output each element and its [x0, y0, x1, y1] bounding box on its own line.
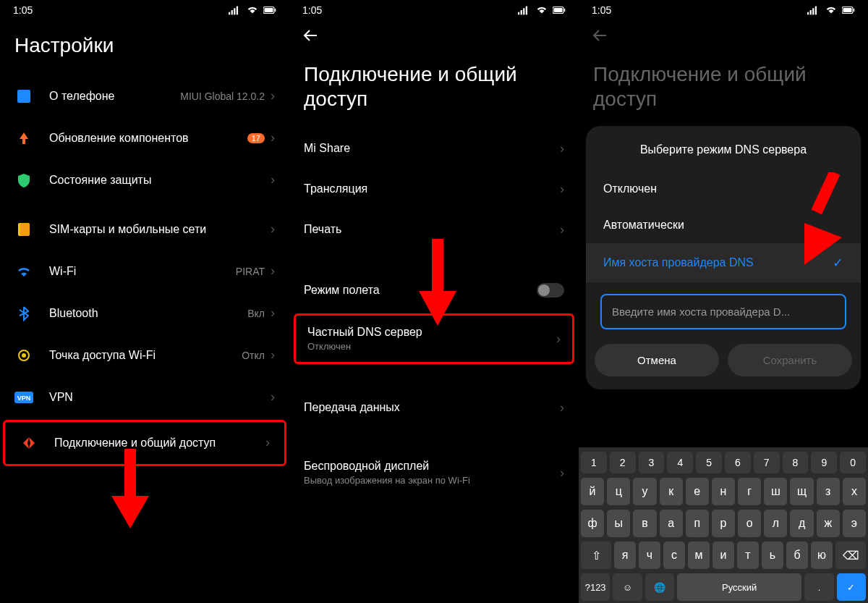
clock: 1:05: [302, 4, 322, 16]
key-х[interactable]: х: [843, 478, 866, 505]
row-bluetooth[interactable]: Bluetooth Вкл ›: [0, 292, 289, 334]
key-я[interactable]: я: [614, 541, 636, 569]
row-security-status[interactable]: Состояние защиты ›: [0, 159, 289, 201]
svg-rect-2: [234, 8, 235, 14]
key-ы[interactable]: ы: [607, 510, 630, 537]
status-bar: 1:05: [579, 0, 868, 19]
key-7[interactable]: 7: [754, 452, 780, 473]
row-connection-sharing[interactable]: Подключение и общий доступ ›: [3, 420, 286, 466]
svg-rect-30: [843, 8, 852, 12]
key-т[interactable]: т: [737, 541, 759, 569]
key-emoji[interactable]: ☺: [613, 573, 642, 601]
chevron-right-icon: ›: [271, 263, 275, 279]
key-р[interactable]: р: [712, 510, 735, 537]
cancel-button[interactable]: Отмена: [595, 344, 719, 376]
key-2[interactable]: 2: [610, 452, 636, 473]
key-ш[interactable]: ш: [764, 478, 787, 505]
key-9[interactable]: 9: [811, 452, 837, 473]
key-е[interactable]: е: [686, 478, 709, 505]
key-space[interactable]: Русский: [677, 573, 802, 601]
chevron-right-icon: ›: [271, 88, 275, 104]
row-vpn[interactable]: VPN VPN ›: [0, 376, 289, 418]
row-component-update[interactable]: Обновление компонентов 17 ›: [0, 117, 289, 159]
chevron-right-icon: ›: [556, 332, 561, 347]
check-icon: ✓: [833, 255, 843, 271]
key-п[interactable]: п: [686, 510, 709, 537]
key-1[interactable]: 1: [581, 452, 607, 473]
about-icon: [14, 87, 33, 106]
key-с[interactable]: с: [663, 541, 685, 569]
key-э[interactable]: э: [843, 510, 866, 537]
chevron-right-icon: ›: [560, 400, 564, 416]
svg-rect-7: [17, 90, 30, 103]
screenshot-dns-dialog: 1:05 Подключение и общий доступ Выберите…: [579, 0, 868, 603]
key-ц[interactable]: ц: [607, 478, 630, 505]
option-provider-hostname[interactable]: Имя хоста провайдера DNS ✓: [586, 243, 861, 282]
key-б[interactable]: б: [786, 541, 808, 569]
svg-rect-0: [229, 12, 230, 15]
key-н[interactable]: н: [712, 478, 735, 505]
key-г[interactable]: г: [738, 478, 761, 505]
row-private-dns[interactable]: Частный DNS сервер Отключен ›: [294, 313, 574, 364]
bluetooth-icon: [14, 304, 33, 323]
key-8[interactable]: 8: [783, 452, 809, 473]
key-ф[interactable]: ф: [581, 510, 604, 537]
airplane-toggle[interactable]: [537, 283, 564, 298]
back-button[interactable]: [579, 19, 868, 48]
share-icon: [20, 434, 38, 452]
row-data-usage[interactable]: Передача данных ›: [289, 387, 579, 428]
keyboard: 1234567890 йцукенгшщзх фывапролджэ ⇧ячсм…: [579, 447, 868, 603]
row-mi-share[interactable]: Mi Share ›: [289, 128, 579, 169]
svg-rect-19: [526, 7, 527, 15]
chevron-right-icon: ›: [560, 222, 564, 237]
row-cast[interactable]: Трансляция ›: [289, 169, 579, 209]
key-з[interactable]: з: [817, 478, 840, 505]
row-wireless-display[interactable]: Беспроводной дисплей Вывод изображения н…: [289, 448, 579, 497]
key-у[interactable]: у: [633, 478, 656, 505]
key-enter[interactable]: ✓: [837, 573, 866, 601]
key-3[interactable]: 3: [639, 452, 665, 473]
save-button[interactable]: Сохранить: [728, 344, 852, 376]
option-off[interactable]: Отключен: [586, 171, 861, 207]
key-ч[interactable]: ч: [639, 541, 660, 569]
key-5[interactable]: 5: [696, 452, 722, 473]
row-hotspot[interactable]: Точка доступа Wi-Fi Откл ›: [0, 334, 289, 376]
key-ь[interactable]: ь: [762, 541, 783, 569]
key-й[interactable]: й: [581, 478, 604, 505]
back-button[interactable]: [289, 19, 579, 48]
key-д[interactable]: д: [790, 510, 813, 537]
dns-hostname-input[interactable]: Введите имя хоста провайдера D...: [600, 294, 846, 329]
row-airplane-mode[interactable]: Режим полета: [289, 270, 579, 311]
row-print[interactable]: Печать ›: [289, 209, 579, 250]
svg-marker-15: [111, 496, 149, 528]
option-auto[interactable]: Автоматически: [586, 207, 861, 243]
update-icon: [14, 129, 33, 148]
key-к[interactable]: к: [660, 478, 683, 505]
key-щ[interactable]: щ: [790, 478, 813, 505]
key-4[interactable]: 4: [667, 452, 693, 473]
key-о[interactable]: о: [738, 510, 761, 537]
key-и[interactable]: и: [712, 541, 734, 569]
row-about-phone[interactable]: О телефоне MIUI Global 12.0.2 ›: [0, 75, 289, 117]
key-л[interactable]: л: [764, 510, 787, 537]
key-globe[interactable]: 🌐: [645, 573, 674, 601]
svg-rect-26: [810, 10, 812, 14]
key-shift[interactable]: ⇧: [581, 541, 611, 569]
key-а[interactable]: а: [660, 510, 683, 537]
row-wifi[interactable]: Wi-Fi PIRAT ›: [0, 250, 289, 292]
key-м[interactable]: м: [688, 541, 710, 569]
row-sim-cards[interactable]: SIM-карты и мобильные сети ›: [0, 208, 289, 250]
key-symbols[interactable]: ?123: [581, 573, 610, 601]
key-backspace[interactable]: ⌫: [835, 541, 866, 569]
key-period[interactable]: .: [804, 573, 833, 601]
key-ж[interactable]: ж: [817, 510, 840, 537]
svg-rect-1: [231, 10, 233, 14]
key-6[interactable]: 6: [725, 452, 751, 473]
chevron-right-icon: ›: [265, 435, 270, 450]
key-ю[interactable]: ю: [811, 541, 833, 569]
key-в[interactable]: в: [633, 510, 656, 537]
shield-icon: [14, 171, 33, 190]
svg-text:VPN: VPN: [17, 395, 31, 402]
chevron-right-icon: ›: [271, 305, 275, 321]
key-0[interactable]: 0: [840, 452, 866, 473]
